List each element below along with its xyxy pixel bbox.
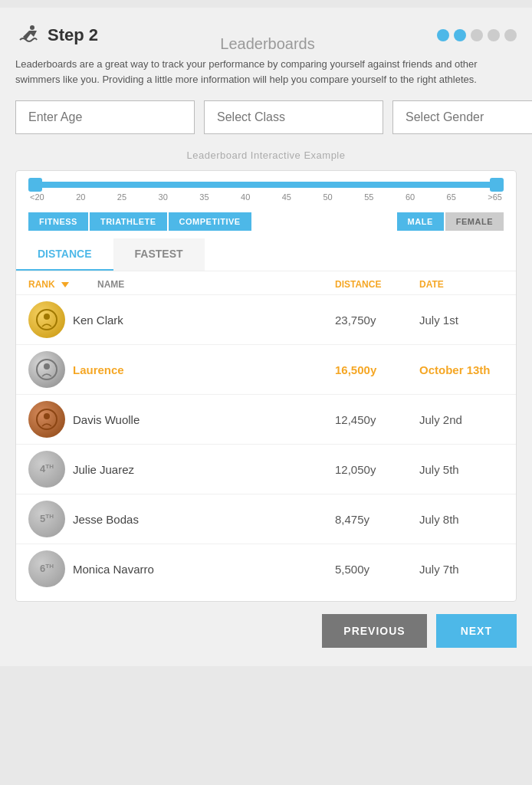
col-name-header: NAME: [97, 279, 335, 290]
class-input[interactable]: [204, 100, 383, 134]
row-distance-6: 5,500y: [335, 563, 419, 576]
step-label: Step 2: [48, 25, 98, 45]
col-distance-header: DISTANCE: [335, 279, 419, 290]
slider-label-60: 60: [406, 192, 415, 202]
row-name-4: Julie Juarez: [73, 463, 335, 476]
progress-dot-3: [471, 29, 483, 41]
row-distance-2: 16,500y: [335, 363, 419, 376]
leaderboard-card: <20 20 25 30 35 40 45 50 55 60 65 >65 FI…: [15, 170, 517, 602]
description-text: Leaderboards are a great way to track yo…: [15, 57, 517, 87]
tab-distance[interactable]: DISTANCE: [16, 238, 113, 271]
progress-dot-4: [488, 29, 500, 41]
slider-label-25: 25: [117, 192, 126, 202]
rank-badge-4th: 4TH: [28, 451, 65, 488]
gender-input[interactable]: [392, 100, 532, 134]
sort-arrow-icon: [61, 282, 69, 287]
progress-dot-2: [454, 29, 466, 41]
tab-fastest[interactable]: FASTEST: [113, 238, 205, 271]
tabs-row: DISTANCE FASTEST: [16, 238, 516, 271]
filter-fitness-button[interactable]: FITNESS: [28, 212, 88, 231]
filter-triathlete-button[interactable]: TRIATHLETE: [90, 212, 167, 231]
table-row: Ken Clark 23,750y July 1st: [16, 294, 516, 344]
row-distance-4: 12,050y: [335, 463, 419, 476]
slider-label-65: 65: [447, 192, 456, 202]
slider-wrapper[interactable]: [28, 182, 504, 188]
bottom-bar: PREVIOUS NEXT: [15, 602, 517, 651]
table-header: RANK NAME DISTANCE DATE: [16, 271, 516, 294]
row-date-2: October 13th: [419, 363, 504, 376]
col-rank-header[interactable]: RANK: [28, 279, 97, 290]
row-date-4: July 5th: [419, 463, 504, 476]
row-name-3: Davis Wuolle: [73, 413, 335, 426]
rank-badge-6th: 6TH: [28, 550, 65, 587]
row-date-3: July 2nd: [419, 413, 504, 426]
progress-dot-5: [504, 29, 517, 41]
slider-track: [28, 182, 504, 188]
table-row: Davis Wuolle 12,450y July 2nd: [16, 394, 516, 444]
input-row: [15, 100, 517, 134]
rank-badge-gold: [28, 301, 65, 338]
slider-label-50: 50: [323, 192, 332, 202]
row-name-2: Laurence: [73, 363, 335, 376]
gold-medal-icon: [35, 308, 58, 331]
previous-button[interactable]: PREVIOUS: [322, 614, 426, 648]
rank-badge-5th: 5TH: [28, 501, 65, 537]
row-date-5: July 8th: [419, 513, 504, 526]
row-date-1: July 1st: [419, 314, 504, 327]
slider-label-20: 20: [76, 192, 85, 202]
rank-badge-bronze: [28, 401, 65, 438]
row-name-6: Monica Navarro: [73, 563, 335, 576]
col-date-header: DATE: [419, 279, 504, 290]
slider-label-40: 40: [241, 192, 250, 202]
progress-dot-1: [437, 29, 449, 41]
next-button[interactable]: NEXT: [436, 614, 517, 648]
slider-section: <20 20 25 30 35 40 45 50 55 60 65 >65: [16, 171, 516, 208]
row-distance-5: 8,475y: [335, 513, 419, 526]
table-row: 4TH Julie Juarez 12,050y July 5th: [16, 444, 516, 494]
table-row: 6TH Monica Navarro 5,500y July 7th: [16, 544, 516, 593]
bronze-medal-icon: [35, 408, 58, 431]
slider-label-45: 45: [282, 192, 291, 202]
svg-point-6: [44, 413, 50, 419]
rank-badge-silver: [28, 351, 65, 388]
silver-medal-icon: [35, 358, 58, 381]
header-title: Leaderboards: [220, 35, 314, 53]
filter-female-button[interactable]: FEMALE: [445, 212, 504, 231]
row-name-5: Jesse Bodas: [73, 513, 335, 526]
leaderboard-section-label: Leaderboard Interactive Example: [15, 149, 517, 161]
slider-handle-left[interactable]: [28, 178, 42, 192]
filter-competitive-button[interactable]: COMPETITIVE: [169, 212, 251, 231]
row-date-6: July 7th: [419, 563, 504, 576]
gender-filter-group: MALE FEMALE: [397, 212, 504, 231]
row-name-1: Ken Clark: [73, 314, 335, 327]
slider-label-55: 55: [364, 192, 373, 202]
progress-dots: [437, 29, 517, 41]
filter-male-button[interactable]: MALE: [397, 212, 444, 231]
slider-label-30: 30: [159, 192, 168, 202]
svg-point-0: [30, 25, 34, 30]
slider-labels: <20 20 25 30 35 40 45 50 55 60 65 >65: [28, 192, 504, 202]
table-row: 5TH Jesse Bodas 8,475y July 8th: [16, 494, 516, 544]
slider-handle-right[interactable]: [490, 178, 504, 192]
header: Step 2 Leaderboards: [15, 23, 517, 48]
age-input[interactable]: [15, 100, 195, 134]
svg-point-4: [44, 363, 50, 370]
slider-label-gt65: >65: [488, 192, 502, 202]
page-container: Step 2 Leaderboards Leaderboards are a g…: [0, 8, 532, 666]
row-distance-3: 12,450y: [335, 413, 419, 426]
swimmer-icon: [15, 23, 40, 48]
table-row: Laurence 16,500y October 13th: [16, 344, 516, 394]
header-left: Step 2: [15, 23, 98, 48]
slider-label-35: 35: [199, 192, 209, 202]
filter-row: FITNESS TRIATHLETE COMPETITIVE MALE FEMA…: [16, 208, 516, 238]
row-distance-1: 23,750y: [335, 314, 419, 327]
slider-label-lt20: <20: [30, 192, 44, 202]
class-filter-group: FITNESS TRIATHLETE COMPETITIVE: [28, 212, 251, 231]
svg-point-2: [44, 314, 50, 320]
